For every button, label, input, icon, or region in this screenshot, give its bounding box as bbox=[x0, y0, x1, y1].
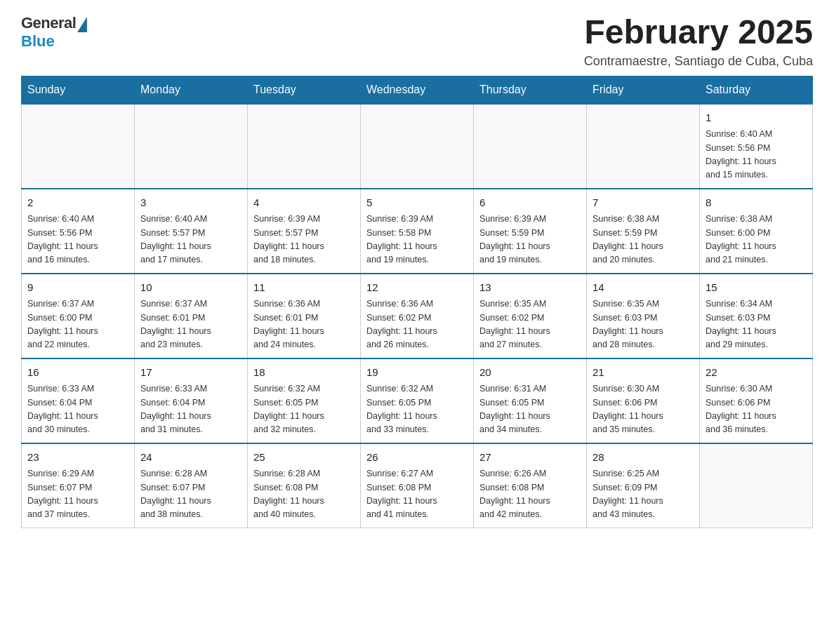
day-number: 6 bbox=[479, 195, 581, 211]
day-number: 3 bbox=[140, 195, 241, 211]
calendar-header-row: SundayMondayTuesdayWednesdayThursdayFrid… bbox=[22, 76, 813, 104]
day-number: 4 bbox=[253, 195, 355, 211]
calendar-cell bbox=[361, 104, 474, 189]
day-number: 19 bbox=[366, 365, 468, 381]
day-number: 18 bbox=[253, 365, 355, 381]
day-info: Sunrise: 6:34 AM Sunset: 6:03 PM Dayligh… bbox=[706, 297, 807, 352]
calendar-cell bbox=[22, 104, 135, 189]
day-info: Sunrise: 6:38 AM Sunset: 5:59 PM Dayligh… bbox=[593, 213, 694, 267]
calendar-cell: 6Sunrise: 6:39 AM Sunset: 5:59 PM Daylig… bbox=[474, 189, 587, 274]
calendar-cell: 16Sunrise: 6:33 AM Sunset: 6:04 PM Dayli… bbox=[22, 358, 135, 443]
calendar-cell: 13Sunrise: 6:35 AM Sunset: 6:02 PM Dayli… bbox=[474, 274, 587, 358]
day-number: 26 bbox=[366, 450, 468, 466]
calendar-cell: 8Sunrise: 6:38 AM Sunset: 6:00 PM Daylig… bbox=[700, 189, 813, 274]
day-info: Sunrise: 6:33 AM Sunset: 6:04 PM Dayligh… bbox=[140, 382, 241, 437]
day-number: 25 bbox=[253, 450, 355, 466]
calendar-cell: 1Sunrise: 6:40 AM Sunset: 5:56 PM Daylig… bbox=[700, 104, 813, 189]
day-number: 10 bbox=[140, 280, 241, 296]
calendar-title: February 2025 bbox=[584, 14, 813, 51]
day-info: Sunrise: 6:30 AM Sunset: 6:06 PM Dayligh… bbox=[706, 382, 807, 437]
calendar-cell bbox=[248, 104, 361, 189]
calendar-cell: 28Sunrise: 6:25 AM Sunset: 6:09 PM Dayli… bbox=[587, 443, 700, 528]
calendar-week-5: 23Sunrise: 6:29 AM Sunset: 6:07 PM Dayli… bbox=[22, 443, 813, 528]
day-info: Sunrise: 6:38 AM Sunset: 6:00 PM Dayligh… bbox=[706, 213, 807, 267]
day-number: 17 bbox=[140, 365, 241, 381]
calendar-cell: 23Sunrise: 6:29 AM Sunset: 6:07 PM Dayli… bbox=[22, 443, 135, 528]
day-info: Sunrise: 6:36 AM Sunset: 6:01 PM Dayligh… bbox=[253, 297, 355, 352]
day-number: 21 bbox=[593, 365, 694, 381]
calendar-cell: 14Sunrise: 6:35 AM Sunset: 6:03 PM Dayli… bbox=[587, 274, 700, 358]
day-number: 15 bbox=[706, 280, 807, 296]
calendar-cell: 11Sunrise: 6:36 AM Sunset: 6:01 PM Dayli… bbox=[248, 274, 361, 358]
day-info: Sunrise: 6:35 AM Sunset: 6:03 PM Dayligh… bbox=[593, 297, 694, 352]
weekday-header-tuesday: Tuesday bbox=[248, 76, 361, 104]
day-number: 24 bbox=[140, 450, 241, 466]
day-number: 2 bbox=[27, 195, 128, 211]
day-info: Sunrise: 6:29 AM Sunset: 6:07 PM Dayligh… bbox=[27, 467, 128, 522]
calendar-cell: 18Sunrise: 6:32 AM Sunset: 6:05 PM Dayli… bbox=[248, 358, 361, 443]
day-info: Sunrise: 6:30 AM Sunset: 6:06 PM Dayligh… bbox=[593, 382, 694, 437]
day-info: Sunrise: 6:40 AM Sunset: 5:56 PM Dayligh… bbox=[706, 128, 807, 182]
logo: General Blue bbox=[21, 14, 87, 51]
calendar-week-4: 16Sunrise: 6:33 AM Sunset: 6:04 PM Dayli… bbox=[22, 358, 813, 443]
calendar-cell: 27Sunrise: 6:26 AM Sunset: 6:08 PM Dayli… bbox=[474, 443, 587, 528]
day-info: Sunrise: 6:27 AM Sunset: 6:08 PM Dayligh… bbox=[366, 467, 468, 522]
calendar-cell: 3Sunrise: 6:40 AM Sunset: 5:57 PM Daylig… bbox=[135, 189, 248, 274]
weekday-header-friday: Friday bbox=[587, 76, 700, 104]
calendar-cell: 26Sunrise: 6:27 AM Sunset: 6:08 PM Dayli… bbox=[361, 443, 474, 528]
day-number: 1 bbox=[706, 110, 807, 126]
calendar-cell bbox=[587, 104, 700, 189]
day-number: 23 bbox=[27, 450, 128, 466]
calendar-cell bbox=[700, 443, 813, 528]
day-number: 5 bbox=[366, 195, 468, 211]
calendar-cell: 17Sunrise: 6:33 AM Sunset: 6:04 PM Dayli… bbox=[135, 358, 248, 443]
day-info: Sunrise: 6:40 AM Sunset: 5:56 PM Dayligh… bbox=[27, 213, 128, 267]
day-info: Sunrise: 6:26 AM Sunset: 6:08 PM Dayligh… bbox=[479, 467, 581, 522]
calendar-cell: 5Sunrise: 6:39 AM Sunset: 5:58 PM Daylig… bbox=[361, 189, 474, 274]
weekday-header-saturday: Saturday bbox=[700, 76, 813, 104]
day-number: 7 bbox=[593, 195, 694, 211]
day-info: Sunrise: 6:35 AM Sunset: 6:02 PM Dayligh… bbox=[479, 297, 581, 352]
day-number: 16 bbox=[27, 365, 128, 381]
day-number: 20 bbox=[479, 365, 581, 381]
logo-triangle-icon bbox=[77, 17, 87, 32]
day-info: Sunrise: 6:40 AM Sunset: 5:57 PM Dayligh… bbox=[140, 213, 241, 267]
day-number: 13 bbox=[479, 280, 581, 296]
calendar-table: SundayMondayTuesdayWednesdayThursdayFrid… bbox=[21, 76, 813, 528]
calendar-cell: 21Sunrise: 6:30 AM Sunset: 6:06 PM Dayli… bbox=[587, 358, 700, 443]
calendar-subtitle: Contramaestre, Santiago de Cuba, Cuba bbox=[584, 54, 813, 69]
weekday-header-sunday: Sunday bbox=[22, 76, 135, 104]
calendar-week-1: 1Sunrise: 6:40 AM Sunset: 5:56 PM Daylig… bbox=[22, 104, 813, 189]
calendar-cell: 4Sunrise: 6:39 AM Sunset: 5:57 PM Daylig… bbox=[248, 189, 361, 274]
calendar-cell: 19Sunrise: 6:32 AM Sunset: 6:05 PM Dayli… bbox=[361, 358, 474, 443]
day-number: 27 bbox=[479, 450, 581, 466]
calendar-cell: 15Sunrise: 6:34 AM Sunset: 6:03 PM Dayli… bbox=[700, 274, 813, 358]
day-number: 14 bbox=[593, 280, 694, 296]
title-section: February 2025 Contramaestre, Santiago de… bbox=[584, 14, 813, 69]
day-info: Sunrise: 6:39 AM Sunset: 5:58 PM Dayligh… bbox=[366, 213, 468, 267]
day-info: Sunrise: 6:33 AM Sunset: 6:04 PM Dayligh… bbox=[27, 382, 128, 437]
day-info: Sunrise: 6:31 AM Sunset: 6:05 PM Dayligh… bbox=[479, 382, 581, 437]
day-number: 28 bbox=[593, 450, 694, 466]
day-number: 12 bbox=[366, 280, 468, 296]
logo-blue-text: Blue bbox=[21, 32, 55, 51]
day-info: Sunrise: 6:37 AM Sunset: 6:00 PM Dayligh… bbox=[27, 297, 128, 352]
day-number: 22 bbox=[706, 365, 807, 381]
calendar-cell: 2Sunrise: 6:40 AM Sunset: 5:56 PM Daylig… bbox=[22, 189, 135, 274]
calendar-week-3: 9Sunrise: 6:37 AM Sunset: 6:00 PM Daylig… bbox=[22, 274, 813, 358]
day-info: Sunrise: 6:36 AM Sunset: 6:02 PM Dayligh… bbox=[366, 297, 468, 352]
day-info: Sunrise: 6:39 AM Sunset: 5:57 PM Dayligh… bbox=[253, 213, 355, 267]
day-info: Sunrise: 6:28 AM Sunset: 6:08 PM Dayligh… bbox=[253, 467, 355, 522]
day-info: Sunrise: 6:32 AM Sunset: 6:05 PM Dayligh… bbox=[366, 382, 468, 437]
weekday-header-monday: Monday bbox=[135, 76, 248, 104]
day-number: 9 bbox=[27, 280, 128, 296]
day-info: Sunrise: 6:32 AM Sunset: 6:05 PM Dayligh… bbox=[253, 382, 355, 437]
weekday-header-wednesday: Wednesday bbox=[361, 76, 474, 104]
calendar-cell bbox=[135, 104, 248, 189]
calendar-cell: 7Sunrise: 6:38 AM Sunset: 5:59 PM Daylig… bbox=[587, 189, 700, 274]
calendar-cell: 10Sunrise: 6:37 AM Sunset: 6:01 PM Dayli… bbox=[135, 274, 248, 358]
calendar-cell: 25Sunrise: 6:28 AM Sunset: 6:08 PM Dayli… bbox=[248, 443, 361, 528]
calendar-cell: 12Sunrise: 6:36 AM Sunset: 6:02 PM Dayli… bbox=[361, 274, 474, 358]
calendar-cell: 22Sunrise: 6:30 AM Sunset: 6:06 PM Dayli… bbox=[700, 358, 813, 443]
logo-general-text: General bbox=[21, 14, 76, 32]
